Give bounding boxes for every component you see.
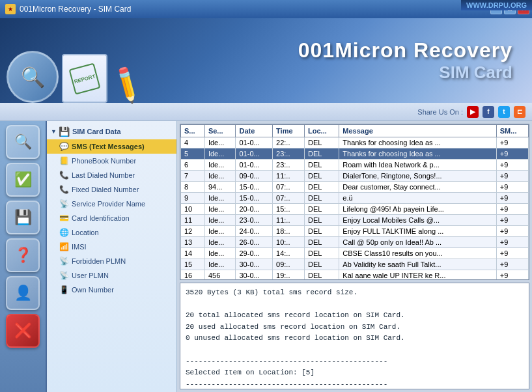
cell-loc: DEL xyxy=(305,160,339,171)
table-scroll-area[interactable]: S... Se... Date Time Loc... Message SM..… xyxy=(180,124,529,279)
cell-message: Roam with Idea Network & p... xyxy=(339,160,496,171)
cell-sender: Ide... xyxy=(204,171,236,182)
tree-item-fixed-dialed[interactable]: 📞Fixed Dialed Number xyxy=(47,182,176,197)
app-icon: ★ xyxy=(5,4,16,14)
col-message: Message xyxy=(339,125,496,137)
cell-loc: DEL xyxy=(305,270,339,280)
table-row[interactable]: 13 Ide... 26-0... 10:.. DEL Call @ 50p o… xyxy=(181,237,529,248)
search-tool-button[interactable]: 🔍 xyxy=(6,125,40,159)
cell-sender: Ide... xyxy=(204,259,236,270)
table-row[interactable]: 9 Ide... 15-0... 07:.. DEL e.ü +9 xyxy=(181,193,529,204)
cell-message: DialerTone, Ringtone, Songs!... xyxy=(339,171,496,182)
tree-item-icon-imsi: 📶 xyxy=(59,242,69,252)
data-table-container: S... Se... Date Time Loc... Message SM..… xyxy=(180,124,529,280)
col-loc: Loc... xyxy=(305,125,339,137)
cell-date: 23-0... xyxy=(236,215,273,226)
cell-sm: +9 xyxy=(496,182,528,193)
sim-search-icon: 🔍 xyxy=(7,51,59,103)
save-tool-button[interactable]: 💾 xyxy=(6,201,40,234)
twitter-share-button[interactable]: t xyxy=(498,106,510,118)
tree-item-icon-last-dialed: 📞 xyxy=(59,170,69,180)
cell-loc: DEL xyxy=(305,237,339,248)
app-title-main: 001Micron Recovery xyxy=(298,38,512,63)
table-row[interactable]: 6 Ide... 01-0... 23:.. DEL Roam with Ide… xyxy=(181,160,529,171)
youtube-share-button[interactable]: ▶ xyxy=(467,106,479,118)
table-body: 4 Ide... 01-0... 22:.. DEL Thanks for ch… xyxy=(181,137,529,280)
col-sm: SM... xyxy=(496,125,528,137)
tree-item-user-plmn[interactable]: 📡User PLMN xyxy=(47,268,176,283)
cell-message: Call @ 50p only on Idea!! Ab ... xyxy=(339,237,496,248)
cell-date: 09-0... xyxy=(236,171,273,182)
cell-message: Ab Validity ke saath Full Talkt... xyxy=(339,259,496,270)
col-date: Date xyxy=(236,125,273,137)
tree-item-location[interactable]: 🌐Location xyxy=(47,225,176,240)
cell-sn: 8 xyxy=(181,182,205,193)
cell-sender: Ide... xyxy=(204,193,236,204)
cell-message: Thanks for choosing Idea as ... xyxy=(339,137,496,148)
tree-panel: ▼ 💾 SIM Card Data 💬SMS (Text Messages)📒P… xyxy=(47,121,177,392)
cell-sm: +9 xyxy=(496,248,528,259)
tree-item-label-own-number: Own Number xyxy=(72,286,114,294)
header-icons: 🔍 REPORT ✏️ xyxy=(7,51,143,103)
app-title-sub: SIM Card xyxy=(298,63,512,83)
table-row[interactable]: 4 Ide... 01-0... 22:.. DEL Thanks for ch… xyxy=(181,137,529,148)
tree-item-icon-fixed-dialed: 📞 xyxy=(59,184,69,195)
cell-sn: 10 xyxy=(181,204,205,215)
col-time: Time xyxy=(273,125,305,137)
table-row[interactable]: 15 Ide... 30-0... 09:.. DEL Ab Validity … xyxy=(181,259,529,270)
cell-loc: DEL xyxy=(305,148,339,160)
tree-item-imsi[interactable]: 📶IMSI xyxy=(47,240,176,254)
cell-sender: Ide... xyxy=(204,137,236,148)
user-tool-button[interactable]: 👤 xyxy=(6,276,40,310)
help-tool-button[interactable]: ❓ xyxy=(6,238,40,272)
table-row[interactable]: 14 Ide... 29-0... 14:.. DEL CBSE Class10… xyxy=(181,248,529,259)
tree-item-label-last-dialed: Last Dialed Number xyxy=(72,171,135,179)
cell-date: 24-0... xyxy=(236,226,273,237)
tree-item-label-card-id: Card Identification xyxy=(72,214,130,222)
cell-time: 23:.. xyxy=(273,160,305,171)
cell-sn: 13 xyxy=(181,237,205,248)
check-tool-button[interactable]: ✅ xyxy=(6,163,40,197)
app-title: 001Micron Recovery SIM Card xyxy=(298,38,512,83)
cell-time: 10:.. xyxy=(273,237,305,248)
cell-date: 30-0... xyxy=(236,270,273,280)
cell-loc: DEL xyxy=(305,204,339,215)
rss-share-button[interactable]: ⊏ xyxy=(514,106,525,118)
cell-sn: 7 xyxy=(181,171,205,182)
tree-item-label-fixed-dialed: Fixed Dialed Number xyxy=(72,186,139,193)
cell-loc: DEL xyxy=(305,171,339,182)
facebook-share-button[interactable]: f xyxy=(483,106,494,118)
tree-item-icon-phonebook: 📒 xyxy=(59,156,69,166)
table-row[interactable]: 7 Ide... 09-0... 11:.. DEL DialerTone, R… xyxy=(181,171,529,182)
cell-date: 30-0... xyxy=(236,259,273,270)
cell-sn: 11 xyxy=(181,215,205,226)
tree-item-own-number[interactable]: 📱Own Number xyxy=(47,283,176,297)
cell-date: 01-0... xyxy=(236,160,273,171)
cell-time: 11:.. xyxy=(273,171,305,182)
exit-tool-button[interactable]: ❌ xyxy=(6,314,40,348)
table-row[interactable]: 8 94... 15-0... 07:.. DEL Dear customer,… xyxy=(181,182,529,193)
tree-item-last-dialed[interactable]: 📞Last Dialed Number xyxy=(47,168,176,182)
tree-item-phonebook[interactable]: 📒PhoneBook Number xyxy=(47,154,176,168)
window-title: 001Micron Recovery - SIM Card xyxy=(20,5,131,14)
cell-sender: Ide... xyxy=(204,248,236,259)
tree-item-forbidden-plmn[interactable]: 📡Forbidden PLMN xyxy=(47,254,176,268)
tree-item-sms[interactable]: 💬SMS (Text Messages) xyxy=(47,139,176,154)
table-row[interactable]: 10 Ide... 20-0... 15:.. DEL Lifelong @49… xyxy=(181,204,529,215)
tree-item-service-provider[interactable]: 📡Service Provider Name xyxy=(47,197,176,211)
table-row[interactable]: 5 Ide... 01-0... 23:.. DEL Thanks for ch… xyxy=(181,148,529,160)
col-sn: S... xyxy=(181,125,205,137)
table-row[interactable]: 12 Ide... 24-0... 18:.. DEL Enjoy FULL T… xyxy=(181,226,529,237)
table-row[interactable]: 16 456 30-0... 19:.. DEL Kal aane wale U… xyxy=(181,270,529,280)
tree-item-label-imsi: IMSI xyxy=(72,243,87,251)
table-header-row: S... Se... Date Time Loc... Message SM..… xyxy=(181,125,529,137)
table-row[interactable]: 11 Ide... 23-0... 11:.. DEL Enjoy Local … xyxy=(181,215,529,226)
tree-root-label: SIM Card Data xyxy=(72,128,121,135)
cell-sender: Ide... xyxy=(204,160,236,171)
tree-item-label-sms: SMS (Text Messages) xyxy=(72,143,145,150)
cell-date: 01-0... xyxy=(236,137,273,148)
cell-date: 15-0... xyxy=(236,182,273,193)
tree-item-card-id[interactable]: 💳Card Identification xyxy=(47,211,176,225)
sms-table: S... Se... Date Time Loc... Message SM..… xyxy=(180,124,529,279)
header-banner: 🔍 REPORT ✏️ 001Micron Recovery SIM Card xyxy=(0,18,532,103)
